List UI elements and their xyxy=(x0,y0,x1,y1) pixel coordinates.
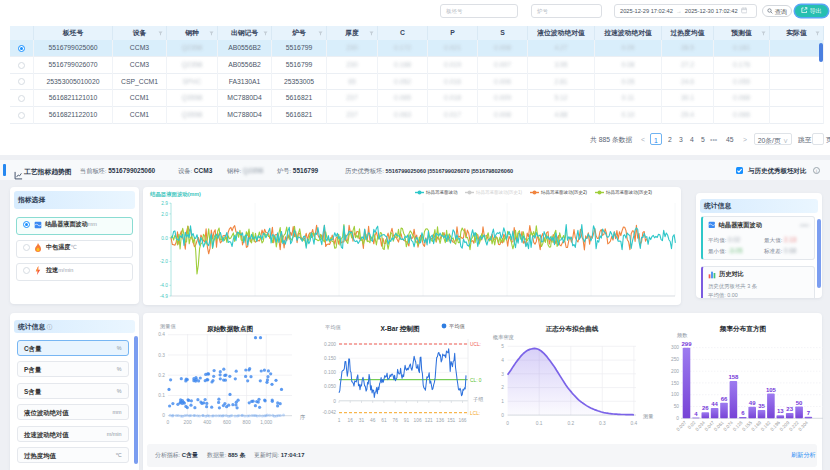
svg-text:结晶器液面波动(历史3): 结晶器液面波动(历史3) xyxy=(606,189,653,196)
svg-text:106: 106 xyxy=(414,418,422,423)
svg-text:66: 66 xyxy=(721,396,728,402)
svg-text:-2.0: -2.0 xyxy=(160,259,169,264)
svg-text:结晶器液面波动(历史2): 结晶器液面波动(历史2) xyxy=(541,189,588,196)
svg-text:结晶器液面波动(历史1): 结晶器液面波动(历史1) xyxy=(476,189,523,196)
svg-text:299: 299 xyxy=(681,341,692,347)
svg-text:0: 0 xyxy=(501,413,504,418)
svg-text:原始数据散点图: 原始数据散点图 xyxy=(206,325,254,333)
svg-text:35: 35 xyxy=(758,403,765,409)
svg-text:400: 400 xyxy=(203,420,211,425)
svg-text:0.2: 0.2 xyxy=(567,421,574,426)
svg-text:105: 105 xyxy=(766,387,777,393)
svg-text:1,000: 1,000 xyxy=(260,420,272,425)
svg-text:136: 136 xyxy=(436,418,444,423)
svg-text:2.0: 2.0 xyxy=(161,212,168,217)
svg-text:61: 61 xyxy=(381,418,387,423)
svg-text:4: 4 xyxy=(501,358,504,363)
svg-text:1: 1 xyxy=(501,399,504,404)
svg-text:0.3: 0.3 xyxy=(599,421,606,426)
svg-text:300: 300 xyxy=(671,345,679,350)
svg-text:31: 31 xyxy=(359,418,365,423)
svg-text:800: 800 xyxy=(243,420,251,425)
svg-text:151: 151 xyxy=(447,418,455,423)
svg-text:0: 0 xyxy=(167,420,170,425)
svg-text:CL: 0: CL: 0 xyxy=(470,378,482,383)
svg-text:结晶器液面波动: 结晶器液面波动 xyxy=(426,190,458,195)
svg-text:5: 5 xyxy=(501,344,504,349)
svg-text:100: 100 xyxy=(671,392,679,397)
svg-text:0: 0 xyxy=(676,416,679,421)
svg-text:150: 150 xyxy=(671,381,679,386)
svg-text:50: 50 xyxy=(674,404,680,409)
svg-text:166: 166 xyxy=(458,418,466,423)
svg-text:0: 0 xyxy=(162,413,165,418)
svg-text:0.200: 0.200 xyxy=(324,342,336,347)
svg-text:49: 49 xyxy=(749,400,756,406)
svg-text:6: 6 xyxy=(741,410,745,416)
svg-text:50: 50 xyxy=(796,400,803,406)
svg-text:0.304: 0.304 xyxy=(797,420,809,432)
svg-text:测量: 测量 xyxy=(643,413,653,420)
svg-text:23: 23 xyxy=(786,406,793,412)
svg-text:200: 200 xyxy=(671,369,679,374)
svg-text:2.9: 2.9 xyxy=(161,201,168,206)
svg-text:-0.042: -0.042 xyxy=(322,410,336,415)
svg-text:-4.9: -4.9 xyxy=(160,294,169,299)
svg-text:3: 3 xyxy=(501,372,504,377)
svg-text:4: 4 xyxy=(694,411,698,417)
svg-text:概率密度: 概率密度 xyxy=(492,334,515,341)
svg-text:600: 600 xyxy=(223,420,231,425)
svg-text:-4.0: -4.0 xyxy=(160,283,169,288)
svg-text:0.4: 0.4 xyxy=(631,421,638,426)
svg-text:0: 0 xyxy=(506,421,509,426)
svg-text:13: 13 xyxy=(777,408,784,414)
svg-text:0.007: 0.007 xyxy=(676,420,688,432)
svg-text:0.4: 0.4 xyxy=(158,332,165,337)
svg-text:250: 250 xyxy=(671,357,679,362)
svg-text:46: 46 xyxy=(370,418,376,423)
svg-text:频数: 频数 xyxy=(677,332,688,338)
svg-text:1: 1 xyxy=(338,418,341,423)
svg-text:测量值: 测量值 xyxy=(160,323,176,330)
svg-text:正态分布拟合曲线: 正态分布拟合曲线 xyxy=(545,325,599,333)
svg-text:序: 序 xyxy=(299,414,305,420)
svg-text:26: 26 xyxy=(702,405,709,411)
svg-text:2: 2 xyxy=(501,385,504,390)
svg-text:44: 44 xyxy=(711,401,718,407)
svg-text:结晶器液面波动(mm): 结晶器液面波动(mm) xyxy=(149,191,201,198)
svg-text:X-Bar 控制图: X-Bar 控制图 xyxy=(380,325,420,333)
svg-text:158: 158 xyxy=(728,374,739,380)
svg-text:子组: 子组 xyxy=(473,396,483,402)
svg-text:平均值: 平均值 xyxy=(449,323,465,329)
svg-text:UCL:: UCL: xyxy=(470,342,481,347)
svg-text:91: 91 xyxy=(404,418,410,423)
svg-text:0.1: 0.1 xyxy=(536,421,543,426)
svg-text:0.1: 0.1 xyxy=(158,393,165,398)
svg-text:121: 121 xyxy=(425,418,433,423)
svg-text:0.100: 0.100 xyxy=(324,370,336,375)
svg-text:0.2: 0.2 xyxy=(158,373,165,378)
svg-text:频率分布直方图: 频率分布直方图 xyxy=(719,325,767,333)
svg-text:0.050: 0.050 xyxy=(324,384,336,389)
svg-text:200: 200 xyxy=(184,420,192,425)
svg-text:LCL:: LCL: xyxy=(470,411,480,416)
svg-text:76: 76 xyxy=(393,418,399,423)
svg-text:7: 7 xyxy=(807,410,811,416)
svg-text:0.150: 0.150 xyxy=(324,356,336,361)
svg-text:平均值: 平均值 xyxy=(325,324,341,330)
svg-text:16: 16 xyxy=(348,418,354,423)
svg-text:0.3: 0.3 xyxy=(158,353,165,358)
svg-text:0.0: 0.0 xyxy=(161,236,168,241)
svg-text:0: 0 xyxy=(333,399,336,404)
